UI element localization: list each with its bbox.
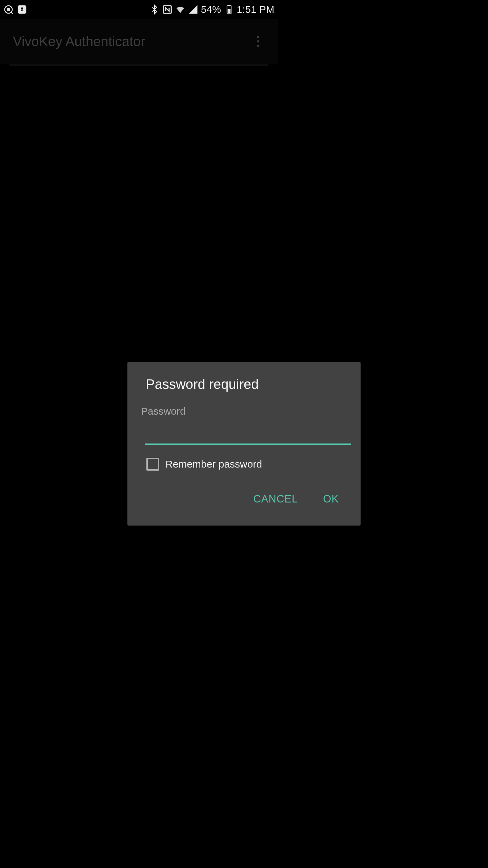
battery-percent: 54% — [201, 4, 221, 15]
signal-icon — [188, 4, 198, 15]
remember-password-checkbox[interactable] — [146, 458, 159, 471]
nfc-icon — [162, 4, 172, 15]
svg-point-1 — [7, 8, 10, 11]
svg-rect-5 — [228, 5, 230, 6]
wifi-icon — [175, 4, 185, 15]
dialog-actions: CANCEL OK — [127, 471, 278, 495]
clock: 1:51 PM — [237, 4, 275, 15]
dialog-title: Password required — [127, 377, 278, 406]
app-notification-icon — [17, 4, 27, 15]
modal-scrim: Password required Password Remember pass… — [0, 19, 278, 495]
notification-icon-1 — [3, 4, 14, 15]
status-bar: 54% 1:51 PM — [0, 0, 278, 19]
svg-rect-6 — [227, 9, 230, 14]
remember-password-row[interactable]: Remember password — [127, 445, 278, 471]
password-field-label: Password — [127, 406, 278, 417]
bluetooth-icon — [149, 4, 160, 15]
password-dialog: Password required Password Remember pass… — [127, 362, 278, 495]
cancel-button[interactable]: CANCEL — [253, 493, 278, 495]
password-input[interactable] — [145, 426, 278, 445]
battery-icon — [224, 4, 234, 15]
remember-password-label: Remember password — [165, 458, 262, 470]
status-right-icons: 54% 1:51 PM — [149, 4, 274, 15]
status-left-icons — [3, 4, 27, 15]
